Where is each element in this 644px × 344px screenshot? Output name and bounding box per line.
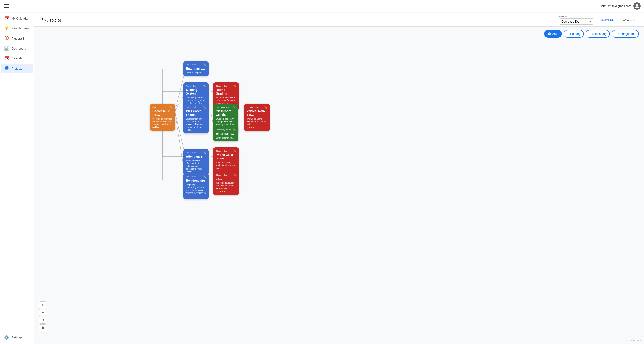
projects-value: Decrease D/... [562, 20, 580, 23]
edit-icon[interactable]: ✏️ [264, 106, 267, 109]
secondary2-title: Enter name... [216, 132, 236, 136]
lock-button[interactable] [39, 325, 46, 331]
tab-cycles[interactable]: CYCLES [618, 16, 639, 24]
auto-button[interactable]: Auto [544, 30, 562, 38]
change4-title: 2x10 [216, 177, 236, 181]
bulb-icon: 💡 [4, 26, 9, 31]
connectors-svg [34, 27, 644, 344]
secondary2-label: Secondary Driver ✏️ [216, 128, 236, 131]
user-email: john.smith@gmail.com [601, 4, 631, 8]
sidebar-item-search-ideas[interactable]: 💡 Search Ideas [1, 24, 33, 33]
aim-card[interactable]: Aim ✏️ Decrease D/F Rat... We wish to de… [150, 104, 175, 131]
chevron-down-icon: ▾ [590, 20, 591, 23]
edit-icon[interactable]: ✏️ [203, 63, 206, 66]
change2-card[interactable]: Change Idea ✏️ Vertical Non-per... We wi… [244, 104, 270, 131]
aim-card-label: Aim ✏️ [152, 106, 172, 109]
change3-title: Phone Calls home [216, 153, 236, 160]
svg-point-1 [6, 37, 7, 38]
plus-icon: + [567, 32, 569, 36]
zoom-out-button[interactable]: − [39, 309, 46, 316]
change1-title: Rubric Grading [216, 88, 236, 95]
sidebar-item-label: My Calendar [12, 17, 28, 20]
primary3-label: Primary Driver ✏️ [186, 106, 206, 109]
canvas-controls: + − [39, 301, 46, 331]
change-idea-button[interactable]: + Change Idea [612, 30, 639, 38]
chevron-right-icon: › [29, 37, 30, 40]
menu-button[interactable] [4, 3, 10, 8]
sidebar-item-label: Settings [12, 336, 22, 339]
projects-dropdown[interactable]: Decrease D/... ▾ [559, 18, 593, 25]
primary5-desc: Engaging in connecting with the students… [186, 183, 206, 197]
header-right: Projects Decrease D/... ▾ DRIVERS CYCLES [559, 15, 639, 25]
primary1-label: Primary Driver ✏️ [186, 63, 206, 66]
fit-view-button[interactable] [39, 317, 46, 324]
projects-icon [4, 66, 9, 71]
settings-icon: ⚙️ [4, 335, 9, 340]
edit-icon[interactable]: ✏️ [233, 128, 236, 131]
main-layout: 📅 My Calendar 💡 Search Ideas Algebra 1 ›… [0, 12, 644, 344]
change1-label: Change Idea ✏️ [216, 85, 236, 87]
projects-label: Projects [559, 15, 593, 18]
change3-card[interactable]: Change Idea ✏️ Phone Calls home If we ca… [213, 147, 239, 175]
tabs: DRIVERS CYCLES [597, 16, 639, 24]
page-title: Projects [39, 17, 61, 23]
plus-icon-2: + [589, 32, 591, 36]
tab-drivers[interactable]: DRIVERS [597, 16, 618, 24]
secondary2-desc: Enter description... [216, 137, 236, 139]
edit-icon[interactable]: ✏️ [203, 151, 206, 154]
edit-icon[interactable]: ✏️ [233, 85, 236, 87]
content: Projects Projects Decrease D/... ▾ DRIVE… [34, 12, 644, 344]
primary1-card[interactable]: Primary Driver ✏️ Enter name... Enter de… [184, 61, 208, 76]
palette-icon [4, 36, 9, 41]
edit-icon[interactable]: ✏️ [233, 173, 236, 176]
secondary-button[interactable]: + Secondary [586, 30, 610, 38]
change2-label: Change Idea ✏️ [247, 106, 267, 109]
primary2-title: Grading System [186, 88, 206, 95]
plus-icon-3: + [615, 32, 617, 36]
primary-button[interactable]: + Primary [564, 30, 584, 38]
projects-select-wrapper: Projects Decrease D/... ▾ [559, 15, 593, 25]
edit-icon[interactable]: ✏️ [233, 106, 236, 109]
primary3-card[interactable]: Primary Driver ✏️ Classroom engag... Eng… [184, 104, 208, 134]
secondary1-label: Secondary Driver ✏️ [216, 106, 236, 109]
change4-card[interactable]: Change Idea ✏️ 2x10 We picked a student … [213, 171, 239, 195]
page-header: Projects Projects Decrease D/... ▾ DRIVE… [34, 12, 644, 27]
zoom-in-button[interactable]: + [39, 301, 46, 308]
change4-label: Change Idea ✏️ [216, 173, 236, 176]
edit-icon[interactable]: ✏️ [233, 150, 236, 153]
primary4-card[interactable]: Primary Driver ✏️ Attendance Attendance … [184, 149, 208, 175]
edit-icon[interactable]: ✏️ [169, 106, 172, 109]
change3-desc: If we call home, students will show up m… [216, 161, 236, 170]
change2-title: Vertical Non-per... [247, 109, 267, 117]
change4-desc: We picked a student and talked to them f… [216, 181, 236, 190]
sidebar-item-my-calendar[interactable]: 📅 My Calendar [1, 14, 33, 23]
sidebar-item-settings[interactable]: ⚙️ Settings [1, 333, 33, 342]
edit-icon[interactable]: ✏️ [203, 106, 206, 109]
primary5-title: Relationships [186, 179, 206, 182]
sidebar-item-label: Calendar [12, 57, 24, 60]
auto-label: Auto [552, 32, 558, 35]
sidebar-bottom: ⚙️ Settings [0, 331, 34, 342]
primary2-label: Primary Driver ✏️ [186, 85, 206, 87]
change3-label: Change Idea ✏️ [216, 150, 236, 153]
primary4-label: Primary Driver ✏️ [186, 151, 206, 154]
edit-icon[interactable]: ✏️ [203, 175, 206, 178]
react-flow-label: React Flow [629, 339, 640, 342]
primary3-title: Classroom engag... [186, 109, 206, 117]
edit-icon[interactable]: ✏️ [203, 85, 206, 87]
avatar[interactable] [633, 2, 640, 9]
topbar-right: john.smith@gmail.com [601, 2, 640, 9]
primary4-title: Attendance [186, 155, 206, 158]
change4-stars: ★★★★★ [216, 191, 236, 193]
canvas-toolbar: Auto + Primary + Secondary + Change Idea [544, 30, 639, 38]
sidebar-item-label: Search Ideas [12, 27, 29, 30]
change2-desc: We will be using whiteboards bolted to w… [247, 118, 267, 126]
sidebar-item-calendar[interactable]: 📆 Calendar [1, 54, 33, 63]
dashboard-icon: 📊 [4, 46, 9, 51]
sidebar-item-algebra[interactable]: Algebra 1 › [1, 34, 33, 43]
sidebar-item-dashboard[interactable]: 📊 Dashboard [1, 44, 33, 53]
primary5-card[interactable]: Primary Driver ✏️ Relationships Engaging… [184, 173, 208, 199]
sidebar-item-projects[interactable]: Projects [1, 64, 33, 73]
primary-label: Primary [570, 32, 580, 35]
secondary2-card[interactable]: Secondary Driver ✏️ Enter name... Enter … [213, 126, 238, 141]
